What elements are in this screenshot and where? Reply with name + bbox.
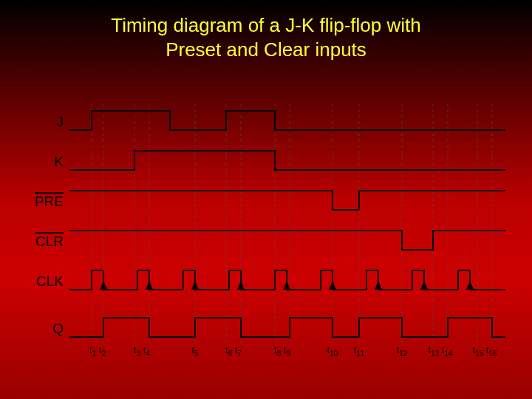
- tick-label: t12: [397, 344, 408, 358]
- timing-diagram: J K PRE CLR CLK Q t1 t2t3 t4t5t6 t7t8 t9…: [15, 103, 517, 384]
- clk-rising-arrow-icon: [375, 281, 382, 290]
- label-clk: CLK: [15, 273, 64, 290]
- clk-rising-arrow-icon: [466, 281, 474, 290]
- label-q: Q: [15, 321, 64, 337]
- clk-rising-arrow-icon: [100, 281, 107, 290]
- tick-label: t13 t14: [428, 344, 452, 358]
- tick-label: t15 t16: [472, 344, 497, 358]
- clk-rising-arrow-icon: [420, 281, 428, 290]
- tick-labels: t1 t2t3 t4t5t6 t7t8 t9t10t11t12t13 t14t1…: [69, 344, 505, 366]
- waveform-canvas: [69, 103, 505, 355]
- clk-rising-arrow-icon: [191, 281, 199, 290]
- clk-rising-arrow-icon: [329, 281, 336, 290]
- clk-rising-arrow-icon: [146, 281, 153, 290]
- tick-label: t10: [327, 344, 338, 358]
- tick-label: t11: [354, 344, 365, 358]
- tick-label: t5: [191, 344, 198, 358]
- label-k: K: [15, 154, 64, 170]
- tick-label: t6 t7: [225, 344, 242, 358]
- clk-rising-arrow-icon: [237, 281, 245, 290]
- label-pre: PRE: [15, 194, 64, 210]
- label-clr: CLR: [15, 233, 64, 250]
- page-title: Timing diagram of a J-K flip-flop with P…: [0, 0, 532, 61]
- title-line-1: Timing diagram of a J-K flip-flop with: [111, 14, 421, 36]
- label-j: J: [15, 114, 64, 130]
- title-line-2: Preset and Clear inputs: [166, 38, 366, 61]
- tick-label: t8 t9: [274, 344, 290, 358]
- tick-label: t3 t4: [134, 344, 150, 358]
- tick-label: t1 t2: [89, 344, 106, 358]
- wave-k: [69, 151, 505, 170]
